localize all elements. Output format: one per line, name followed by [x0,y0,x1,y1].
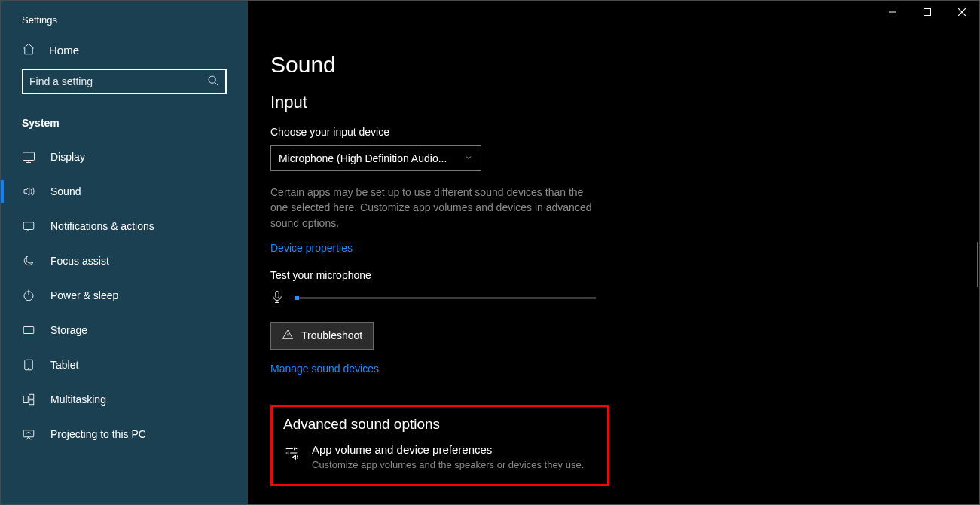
display-icon [22,150,35,164]
svg-rect-8 [29,400,34,405]
sidebar-item-focus-assist[interactable]: Focus assist [1,243,248,278]
storage-icon [22,323,35,337]
svg-rect-9 [23,430,34,437]
sidebar-item-label: Storage [50,324,87,336]
close-button[interactable] [945,1,979,23]
sidebar-item-multitasking[interactable]: Multitasking [1,382,248,417]
sidebar-item-storage[interactable]: Storage [1,313,248,347]
window-controls [875,1,979,23]
svg-rect-6 [23,396,28,403]
search-input[interactable] [22,69,227,94]
project-icon [22,427,35,441]
multitask-icon [22,393,35,406]
power-icon [22,289,35,302]
sidebar-item-tablet[interactable]: Tablet [1,347,248,382]
page-title: Sound [270,52,843,78]
sound-icon [22,185,35,198]
section-heading-input: Input [270,93,843,112]
maximize-button[interactable] [910,1,945,23]
main-content: Sound Input Choose your input device Mic… [248,1,979,504]
svg-rect-1 [23,152,35,161]
sidebar-item-label: Sound [50,185,81,197]
mic-level-fill [295,296,299,300]
manage-sound-devices-link[interactable]: Manage sound devices [270,363,379,375]
home-button[interactable]: Home [1,32,248,69]
svg-rect-10 [924,9,931,16]
sidebar-item-projecting[interactable]: Projecting to this PC [1,417,248,451]
troubleshoot-label: Troubleshoot [301,329,362,341]
sidebar-item-label: Focus assist [50,255,109,267]
advanced-highlight-box: Advanced sound options App volume and de… [270,405,609,486]
microphone-icon [270,289,284,308]
advanced-item-title: App volume and device preferences [312,443,584,456]
app-volume-preferences-button[interactable]: App volume and device preferences Custom… [283,443,595,470]
sidebar-item-label: Display [50,151,85,163]
svg-rect-7 [29,394,34,399]
device-properties-link[interactable]: Device properties [270,242,353,254]
sidebar-item-label: Projecting to this PC [50,428,146,440]
sidebar-group-label: System [1,106,248,139]
sidebar-item-display[interactable]: Display [1,139,248,174]
sidebar-item-power-sleep[interactable]: Power & sleep [1,278,248,313]
scrollbar[interactable] [977,242,978,287]
svg-rect-2 [23,222,34,230]
minimize-button[interactable] [875,1,910,23]
advanced-heading: Advanced sound options [283,416,595,433]
chevron-down-icon [464,152,473,164]
moon-icon [22,254,35,268]
sidebar-item-label: Notifications & actions [50,220,154,232]
advanced-item-desc: Customize app volumes and the speakers o… [312,459,584,470]
home-label: Home [49,44,79,57]
home-icon [22,42,35,58]
sidebar-item-label: Tablet [50,359,78,371]
notifications-icon [22,219,35,233]
sidebar-item-label: Multitasking [50,393,106,406]
test-mic-label: Test your microphone [270,269,843,281]
sliders-icon [283,443,300,464]
input-help-text: Certain apps may be set up to use differ… [270,185,602,231]
sidebar: Settings Home System Display Sound [1,1,248,504]
troubleshoot-button[interactable]: Troubleshoot [270,322,374,350]
mic-level-meter [295,297,596,299]
input-device-dropdown[interactable]: Microphone (High Definition Audio... [270,145,481,171]
window-title: Settings [1,1,248,32]
sidebar-nav: Display Sound Notifications & actions Fo… [1,139,248,451]
sidebar-item-label: Power & sleep [50,289,118,301]
warning-icon [282,329,294,343]
input-device-value: Microphone (High Definition Audio... [279,152,447,164]
svg-rect-4 [23,327,34,334]
mic-test-row [270,289,843,308]
input-device-label: Choose your input device [270,126,843,138]
tablet-icon [22,358,35,372]
sidebar-item-sound[interactable]: Sound [1,174,248,209]
svg-rect-11 [276,291,279,298]
sidebar-item-notifications[interactable]: Notifications & actions [1,209,248,243]
